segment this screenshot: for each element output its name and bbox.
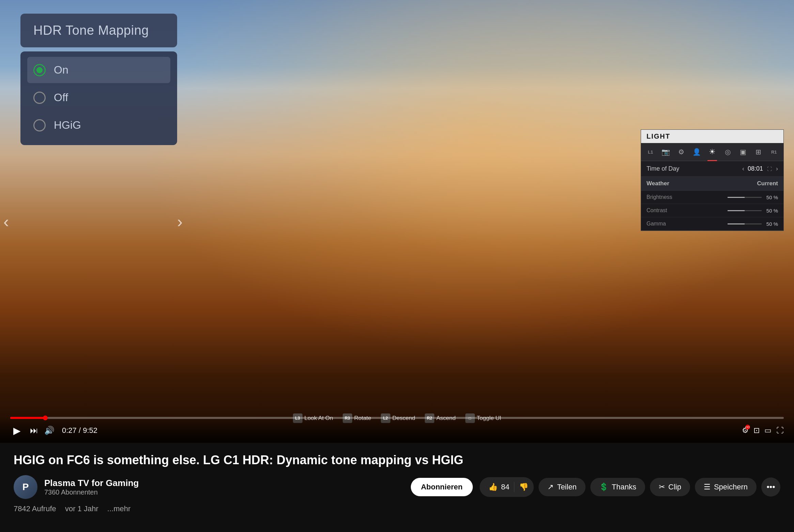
- skip-button[interactable]: ⏭: [30, 426, 38, 435]
- panel-icon-circle[interactable]: ◎: [723, 146, 732, 157]
- share-icon: ↗: [547, 483, 554, 491]
- video-stats: 7842 Aufrufe vor 1 Jahr ...mehr: [14, 504, 780, 513]
- clip-icon: ✂: [659, 483, 665, 491]
- current-time: 0:27: [62, 426, 77, 435]
- hdr-title-box: HDR Tone Mapping: [20, 14, 177, 47]
- nav-arrow-left[interactable]: ‹: [3, 212, 9, 231]
- hdr-option-on[interactable]: On: [27, 57, 170, 83]
- miniplayer-btn[interactable]: ⊡: [753, 426, 760, 435]
- channel-subs: 7360 Abonnenten: [44, 488, 404, 496]
- save-icon: ☰: [704, 483, 711, 491]
- gamma-bar: [728, 223, 762, 224]
- option-off-label: Off: [54, 91, 68, 104]
- brightness-row: Brightness 50 %: [641, 191, 783, 204]
- time-arrow-right[interactable]: ›: [776, 165, 778, 172]
- like-dislike-button[interactable]: 👍 84 👎: [480, 477, 534, 497]
- theater-icon: ▭: [764, 426, 772, 435]
- video-container: HDR Tone Mapping On Off HGiG: [0, 0, 794, 443]
- contrast-bar: [728, 210, 762, 211]
- panel-icon-r1[interactable]: R1: [769, 146, 779, 157]
- more-text[interactable]: ...mehr: [107, 504, 130, 513]
- weather-section-header: Weather Current: [641, 177, 783, 191]
- time-of-day-value: ‹ 08:01 ⛶ ›: [742, 165, 778, 172]
- progress-bar[interactable]: [10, 417, 784, 419]
- contrast-bar-wrapper: 50 %: [728, 208, 778, 214]
- contrast-fill: [728, 210, 745, 211]
- hdr-options-box: On Off HGiG: [20, 51, 177, 145]
- game-light-panel: LIGHT L1 📷 ⚙ 👤 ☀ ◎: [641, 129, 784, 231]
- settings-badge: HD: [745, 425, 750, 429]
- share-label: Teilen: [557, 483, 576, 491]
- panel-icon-l1[interactable]: L1: [646, 146, 655, 157]
- thanks-label: Thanks: [612, 483, 636, 491]
- page-wrapper: HDR Tone Mapping On Off HGiG: [0, 0, 794, 532]
- clip-label: Clip: [668, 483, 681, 491]
- theater-btn[interactable]: ▭: [764, 426, 772, 435]
- brightness-label: Brightness: [647, 194, 672, 200]
- total-time: 9:52: [83, 426, 97, 435]
- play-button[interactable]: ▶: [10, 424, 24, 437]
- contrast-label: Contrast: [647, 207, 667, 214]
- gamma-pct: 50 %: [765, 221, 778, 227]
- channel-avatar[interactable]: P: [14, 475, 37, 499]
- weather-label: Weather: [647, 180, 669, 187]
- panel-icon-brightness[interactable]: ☀: [707, 146, 717, 157]
- progress-fill: [10, 417, 46, 419]
- fullscreen-btn[interactable]: ⛶: [776, 426, 784, 435]
- channel-name[interactable]: Plasma TV for Gaming: [44, 478, 404, 488]
- video-title: HGIG on FC6 is something else. LG C1 HDR…: [14, 452, 780, 468]
- right-controls: ⚙ HD ⊡ ▭ ⛶: [742, 426, 784, 435]
- panel-header: LIGHT: [641, 130, 783, 143]
- time-display: 0:27 / 9:52: [62, 426, 97, 435]
- option-hgig-label: HGiG: [54, 119, 81, 131]
- view-count: 7842 Aufrufe: [14, 504, 56, 513]
- panel-icon-square[interactable]: ▣: [738, 146, 748, 157]
- subscribe-button[interactable]: Abonnieren: [411, 478, 473, 496]
- hdr-option-hgig[interactable]: HGiG: [27, 112, 170, 138]
- nav-arrow-right[interactable]: ›: [177, 212, 183, 231]
- save-button[interactable]: ☰ Speichern: [695, 478, 757, 496]
- option-on-label: On: [54, 64, 68, 76]
- below-video: HGIG on FC6 is something else. LG C1 HDR…: [0, 443, 794, 532]
- volume-button[interactable]: 🔊: [44, 426, 55, 435]
- panel-icon-person[interactable]: 👤: [692, 146, 701, 157]
- channel-info: Plasma TV for Gaming 7360 Abonnenten: [44, 478, 404, 496]
- settings-btn[interactable]: ⚙ HD: [742, 426, 749, 435]
- time-separator: /: [79, 426, 83, 435]
- gamma-fill: [728, 223, 745, 224]
- time-of-day-row: Time of Day ‹ 08:01 ⛶ ›: [641, 161, 783, 177]
- hdr-option-off[interactable]: Off: [27, 84, 170, 111]
- contrast-pct: 50 %: [765, 208, 778, 214]
- hdr-overlay: HDR Tone Mapping On Off HGiG: [20, 14, 177, 145]
- panel-icon-camera[interactable]: 📷: [661, 146, 670, 157]
- controls-row: ▶ ⏭ 🔊 0:27 / 9:52 ⚙ HD ⊡: [10, 424, 784, 437]
- time-value: 08:01: [748, 165, 763, 172]
- brightness-fill: [728, 197, 745, 198]
- action-buttons: 👍 84 👎 ↗ Teilen 💲 Thanks ✂: [480, 477, 780, 497]
- more-icon: •••: [766, 482, 775, 492]
- panel-icons-row: L1 📷 ⚙ 👤 ☀ ◎ ▣: [641, 143, 783, 161]
- thanks-button[interactable]: 💲 Thanks: [590, 478, 645, 496]
- weather-value: Current: [757, 180, 778, 187]
- like-icon: 👍: [488, 483, 498, 491]
- channel-row: P Plasma TV for Gaming 7360 Abonnenten A…: [14, 475, 780, 499]
- miniplayer-icon: ⊡: [753, 426, 760, 435]
- panel-icon-layers[interactable]: ⊞: [754, 146, 763, 157]
- clip-button[interactable]: ✂ Clip: [650, 478, 690, 496]
- radio-off: [33, 92, 46, 104]
- more-button[interactable]: •••: [761, 478, 780, 497]
- video-controls: ▶ ⏭ 🔊 0:27 / 9:52 ⚙ HD ⊡: [0, 417, 794, 443]
- thanks-icon: 💲: [599, 483, 608, 491]
- time-of-day-label: Time of Day: [647, 165, 679, 172]
- gamma-row: Gamma 50 %: [641, 217, 783, 231]
- upload-time: vor 1 Jahr: [65, 504, 98, 513]
- fullscreen-icon: ⛶: [776, 426, 784, 435]
- gamma-label: Gamma: [647, 221, 666, 227]
- brightness-bar: [728, 197, 762, 198]
- panel-icon-aperture[interactable]: ⚙: [677, 146, 686, 157]
- share-button[interactable]: ↗ Teilen: [539, 478, 585, 496]
- hdr-title: HDR Tone Mapping: [33, 23, 149, 37]
- radio-on: [33, 64, 46, 76]
- brightness-pct: 50 %: [765, 194, 778, 200]
- time-arrow-left[interactable]: ‹: [742, 165, 744, 172]
